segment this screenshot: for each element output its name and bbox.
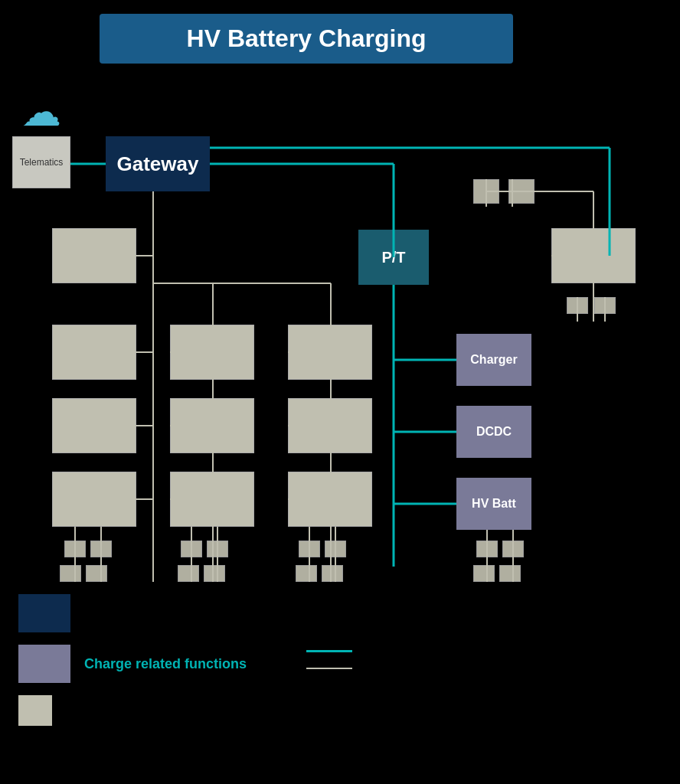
legend-grey-line-item bbox=[306, 668, 365, 669]
grey-box-col3-row4 bbox=[288, 472, 372, 527]
grey-box-col2-row3 bbox=[170, 398, 254, 453]
conn-col3-3 bbox=[296, 565, 317, 582]
dcdc-box: DCDC bbox=[456, 406, 531, 458]
connector-top-right-1 bbox=[473, 179, 499, 204]
legend-darkblue-box bbox=[18, 594, 70, 632]
conn-col2-2 bbox=[207, 541, 228, 557]
conn-col1-3 bbox=[60, 565, 81, 582]
conn-right-1 bbox=[476, 541, 498, 557]
conn-right-3 bbox=[473, 565, 495, 582]
legend-darkblue bbox=[18, 594, 247, 632]
conn-col2-3 bbox=[178, 565, 199, 582]
pt-box: P/T bbox=[358, 230, 429, 285]
conn-col2-1 bbox=[181, 541, 202, 557]
legend-grey-box bbox=[18, 695, 52, 726]
grey-box-col1-row4 bbox=[52, 472, 136, 527]
legend-purple-box bbox=[18, 645, 70, 683]
title-bar: HV Battery Charging bbox=[100, 14, 513, 64]
conn-col2-4 bbox=[204, 565, 225, 582]
conn-col1-4 bbox=[86, 565, 107, 582]
conn-col1-2 bbox=[90, 541, 112, 557]
grey-box-right-row1 bbox=[551, 228, 636, 283]
legend: Charge related functions bbox=[18, 594, 247, 738]
cloud-icon: ☁ bbox=[21, 92, 74, 130]
grey-box-col3-row3 bbox=[288, 398, 372, 453]
legend-grey bbox=[18, 695, 247, 726]
conn-farright-1 bbox=[567, 297, 588, 314]
grey-box-col3-row2 bbox=[288, 325, 372, 380]
gateway-box: Gateway bbox=[106, 136, 210, 191]
grey-box-col2-row2 bbox=[170, 325, 254, 380]
legend-purple-label: Charge related functions bbox=[84, 656, 247, 672]
conn-col3-2 bbox=[325, 541, 346, 557]
legend-lines bbox=[306, 650, 365, 669]
page-title: HV Battery Charging bbox=[100, 24, 513, 53]
conn-col3-1 bbox=[299, 541, 320, 557]
grey-box-col1-row2 bbox=[52, 325, 136, 380]
conn-right-4 bbox=[499, 565, 521, 582]
conn-col3-4 bbox=[322, 565, 343, 582]
legend-purple: Charge related functions bbox=[18, 645, 247, 683]
grey-box-col2-row4 bbox=[170, 472, 254, 527]
grey-box-col1-row1 bbox=[52, 228, 136, 283]
legend-grey-line bbox=[306, 668, 352, 669]
telematics-box: Telematics bbox=[12, 136, 70, 188]
grey-box-col1-row3 bbox=[52, 398, 136, 453]
hvbatt-box: HV Batt bbox=[456, 478, 531, 530]
legend-teal-line-item bbox=[306, 650, 365, 652]
charger-box: Charger bbox=[456, 334, 531, 386]
legend-teal-line bbox=[306, 650, 352, 652]
connector-top-right-2 bbox=[508, 179, 535, 204]
conn-right-2 bbox=[502, 541, 524, 557]
conn-col1-1 bbox=[64, 541, 86, 557]
conn-farright-2 bbox=[594, 297, 616, 314]
